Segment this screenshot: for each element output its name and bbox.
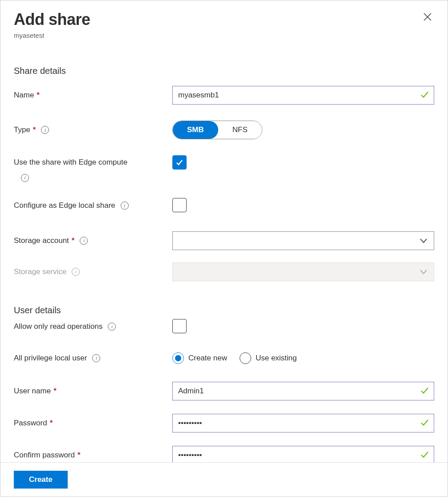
radio-use-existing[interactable]: Use existing — [240, 352, 297, 364]
type-label: Type * i — [14, 109, 172, 134]
info-icon[interactable]: i — [121, 202, 129, 210]
type-option-smb[interactable]: SMB — [173, 121, 218, 139]
info-icon[interactable]: i — [21, 174, 29, 182]
info-icon[interactable]: i — [80, 237, 88, 245]
section-share-details: Share details — [14, 66, 434, 76]
page-title: Add share — [14, 10, 90, 29]
edge-local-label: Configure as Edge local share i — [14, 185, 172, 210]
info-icon[interactable]: i — [108, 323, 116, 331]
name-label: Name * — [14, 81, 172, 100]
read-only-label: Allow only read operations i — [14, 315, 172, 334]
radio-create-new[interactable]: Create new — [172, 352, 227, 364]
info-icon[interactable]: i — [92, 354, 100, 362]
edge-local-checkbox[interactable] — [172, 198, 187, 212]
page-subtitle: myasetest — [14, 32, 90, 39]
radio-label-create-new: Create new — [188, 354, 227, 363]
storage-account-label: Storage account * i — [14, 218, 172, 245]
radio-label-use-existing: Use existing — [256, 354, 297, 363]
required-asterisk: * — [77, 451, 81, 460]
local-user-radio-group: Create new Use existing — [172, 352, 434, 364]
section-user-details: User details — [14, 305, 434, 315]
chevron-down-icon — [419, 268, 428, 276]
type-option-nfs[interactable]: NFS — [218, 121, 262, 139]
info-icon[interactable]: i — [72, 268, 80, 276]
create-button[interactable]: Create — [14, 471, 68, 489]
required-asterisk: * — [37, 91, 40, 100]
chevron-down-icon — [419, 237, 428, 245]
edge-compute-label: Use the share with Edge compute — [14, 142, 172, 167]
storage-service-label: Storage service i — [14, 255, 172, 276]
required-asterisk: * — [72, 236, 75, 245]
storage-account-dropdown[interactable] — [172, 231, 434, 250]
user-name-label: User name * — [14, 369, 172, 396]
password-input[interactable] — [172, 414, 434, 432]
required-asterisk: * — [50, 419, 53, 428]
edge-compute-checkbox[interactable] — [172, 155, 187, 170]
required-asterisk: * — [53, 387, 57, 396]
password-label: Password * — [14, 405, 172, 428]
confirm-password-label: Confirm password * — [14, 437, 172, 460]
required-asterisk: * — [33, 125, 36, 134]
info-icon[interactable]: i — [41, 126, 49, 134]
storage-service-dropdown — [172, 263, 434, 281]
close-icon[interactable] — [421, 10, 434, 25]
read-only-checkbox[interactable] — [172, 319, 187, 333]
local-user-label: All privilege local user i — [14, 336, 172, 363]
confirm-password-input[interactable] — [172, 446, 434, 463]
type-segmented: SMB NFS — [172, 121, 262, 139]
user-name-input[interactable] — [172, 382, 434, 400]
name-input[interactable] — [172, 86, 434, 105]
footer: Create — [0, 462, 448, 497]
